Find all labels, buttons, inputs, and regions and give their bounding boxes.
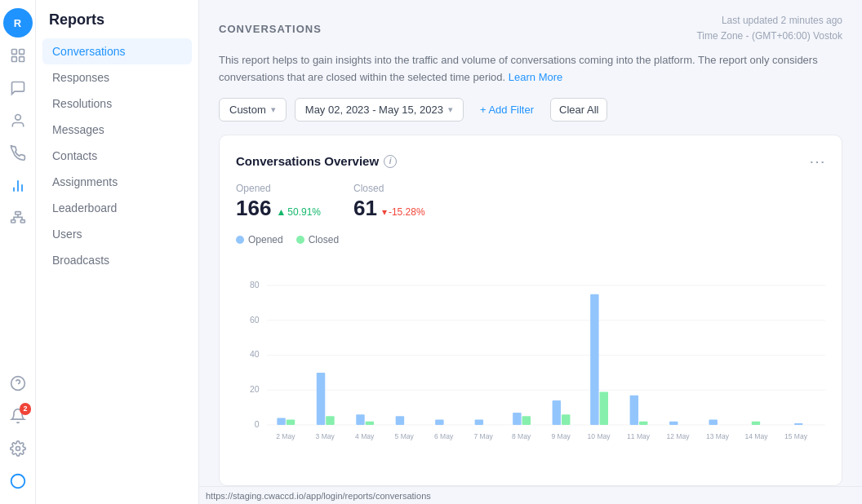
chart-card: Conversations Overview i ⋯ Opened 166 ▲ … xyxy=(219,135,842,486)
sidebar: Reports ConversationsResponsesResolution… xyxy=(36,0,199,504)
reports-icon[interactable] xyxy=(3,171,33,201)
more-options-icon[interactable]: ⋯ xyxy=(809,152,825,171)
svg-rect-24 xyxy=(277,418,285,425)
legend-closed-label: Closed xyxy=(309,234,339,245)
sidebar-item-conversations[interactable]: Conversations xyxy=(42,38,192,64)
opened-value: 166 ▲ 50.91% xyxy=(236,196,321,221)
legend-dot-opened xyxy=(236,236,244,244)
legend-opened: Opened xyxy=(236,234,283,245)
bottom-bar: https://staging.cwaccd.io/app/login/repo… xyxy=(199,486,862,504)
learn-more-link[interactable]: Learn More xyxy=(509,71,562,83)
legend-row: Opened Closed xyxy=(236,234,825,245)
svg-text:13 May: 13 May xyxy=(706,432,730,440)
closed-change: ▾ -15.28% xyxy=(382,206,425,218)
svg-rect-10 xyxy=(20,220,24,223)
svg-rect-53 xyxy=(709,420,718,425)
svg-rect-45 xyxy=(590,294,598,425)
sidebar-item-messages[interactable]: Messages xyxy=(42,117,192,143)
svg-text:8 May: 8 May xyxy=(512,432,531,440)
timezone: Time Zone - (GMT+06:00) Vostok xyxy=(696,29,842,44)
settings-icon[interactable] xyxy=(3,434,33,463)
svg-text:0: 0 xyxy=(255,420,260,429)
opened-label: Opened xyxy=(236,183,321,194)
svg-text:15 May: 15 May xyxy=(784,432,808,440)
svg-text:60: 60 xyxy=(250,316,260,325)
closed-stat: Closed 61 ▾ -15.28% xyxy=(353,183,425,221)
svg-rect-48 xyxy=(630,396,638,425)
svg-text:9 May: 9 May xyxy=(551,432,571,440)
svg-text:20: 20 xyxy=(250,385,260,394)
org-icon[interactable] xyxy=(3,204,33,233)
support-icon[interactable] xyxy=(3,369,33,398)
contacts-icon[interactable] xyxy=(3,106,33,135)
page-title: CONVERSATIONS xyxy=(219,23,322,35)
svg-text:14 May: 14 May xyxy=(744,432,768,440)
svg-rect-39 xyxy=(513,413,521,425)
opened-stat: Opened 166 ▲ 50.91% xyxy=(236,183,321,221)
svg-text:4 May: 4 May xyxy=(355,432,375,440)
svg-rect-51 xyxy=(669,422,678,425)
svg-text:7 May: 7 May xyxy=(473,432,493,440)
sidebar-item-users[interactable]: Users xyxy=(42,221,192,247)
notification-icon[interactable]: 2 xyxy=(3,401,33,431)
filter-bar: Custom ▾ May 02, 2023 - May 15, 2023 ▾ +… xyxy=(199,98,862,135)
sidebar-item-responses[interactable]: Responses xyxy=(42,64,192,91)
svg-text:80: 80 xyxy=(250,281,260,290)
arrow-up-icon: ▲ xyxy=(276,206,286,218)
svg-rect-31 xyxy=(366,422,374,425)
sidebar-item-contacts[interactable]: Contacts xyxy=(42,143,192,169)
svg-rect-27 xyxy=(317,373,325,425)
date-range-value-select[interactable]: May 02, 2023 - May 15, 2023 ▾ xyxy=(295,98,464,122)
svg-rect-43 xyxy=(562,414,570,425)
svg-rect-3 xyxy=(19,57,24,62)
svg-rect-37 xyxy=(475,420,483,425)
main-header: CONVERSATIONS Last updated 2 minutes ago… xyxy=(199,0,862,52)
svg-rect-42 xyxy=(553,400,561,425)
svg-text:12 May: 12 May xyxy=(666,432,690,440)
home-icon[interactable] xyxy=(3,41,33,70)
arrow-down-icon: ▾ xyxy=(382,206,387,218)
legend-closed: Closed xyxy=(296,234,339,245)
chevron-down-icon: ▾ xyxy=(271,104,276,115)
user-avatar[interactable]: R xyxy=(3,8,33,38)
chatwoot-logo xyxy=(3,466,33,496)
status-url: https://staging.cwaccd.io/app/login/repo… xyxy=(206,491,431,501)
description: This report helps to gain insights into … xyxy=(199,52,862,98)
sidebar-item-assignments[interactable]: Assignments xyxy=(42,169,192,195)
svg-rect-2 xyxy=(11,57,16,62)
svg-rect-25 xyxy=(287,420,295,425)
sidebar-item-resolutions[interactable]: Resolutions xyxy=(42,91,192,117)
svg-text:3 May: 3 May xyxy=(316,432,335,440)
conversations-icon[interactable] xyxy=(3,73,33,103)
sidebar-nav: ConversationsResponsesResolutionsMessage… xyxy=(36,35,198,276)
chart-title: Conversations Overview xyxy=(236,154,379,168)
svg-rect-0 xyxy=(11,50,16,55)
broadcast-icon[interactable] xyxy=(3,139,33,168)
svg-rect-58 xyxy=(794,423,802,425)
legend-dot-closed xyxy=(296,236,304,244)
main-content: CONVERSATIONS Last updated 2 minutes ago… xyxy=(199,0,862,504)
add-filter-button[interactable]: + Add Filter xyxy=(472,99,542,121)
date-range-type-select[interactable]: Custom ▾ xyxy=(219,98,287,122)
svg-rect-1 xyxy=(19,50,24,55)
sidebar-item-broadcasts[interactable]: Broadcasts xyxy=(42,247,192,273)
date-range-value-label: May 02, 2023 - May 15, 2023 xyxy=(305,104,443,116)
svg-text:6 May: 6 May xyxy=(434,432,454,440)
chart-title-row: Conversations Overview i xyxy=(236,154,397,168)
legend-opened-label: Opened xyxy=(248,234,283,245)
last-updated: Last updated 2 minutes ago xyxy=(696,13,842,29)
svg-rect-46 xyxy=(600,391,608,425)
clear-all-button[interactable]: Clear All xyxy=(550,98,607,122)
sidebar-title: Reports xyxy=(36,0,198,35)
date-range-type-label: Custom xyxy=(229,104,266,116)
sidebar-item-leaderboard[interactable]: Leaderboard xyxy=(42,195,192,221)
svg-rect-55 xyxy=(752,422,760,425)
svg-point-4 xyxy=(15,115,20,121)
chevron-down-icon-2: ▾ xyxy=(448,104,453,115)
info-icon[interactable]: i xyxy=(384,155,397,168)
svg-text:10 May: 10 May xyxy=(588,432,611,440)
notification-badge: 2 xyxy=(20,403,30,415)
chart-header: Conversations Overview i ⋯ xyxy=(236,152,825,171)
svg-text:5 May: 5 May xyxy=(395,432,415,440)
svg-rect-30 xyxy=(356,414,364,425)
